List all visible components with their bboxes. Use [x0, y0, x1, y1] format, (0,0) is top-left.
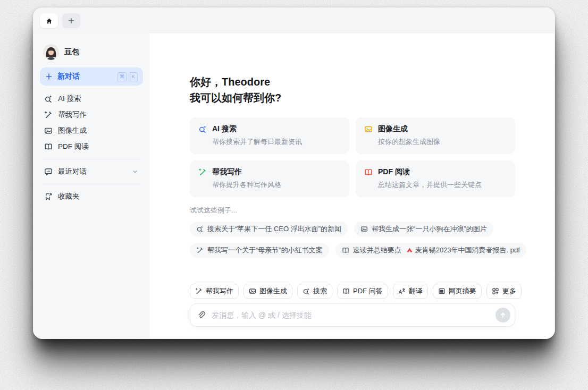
example-label: 帮我生成一张“一只小狗在冲浪”的图片 [372, 224, 487, 234]
example-chip-summarize-pdf[interactable]: 速读并总结要点 麦肯锡2023年中国消费者报告. pdf [335, 243, 526, 258]
send-button[interactable] [495, 308, 510, 323]
divider [42, 159, 141, 159]
message-input-box [190, 303, 515, 327]
skill-label: 搜索 [313, 286, 327, 296]
search-icon [303, 287, 310, 295]
sidebar-item-pdf-read[interactable]: PDF 阅读 [40, 139, 143, 155]
sidebar-item-label: PDF 阅读 [58, 142, 89, 151]
sidebar-item-ai-search[interactable]: AI 搜索 [40, 91, 143, 107]
write-icon [44, 111, 53, 119]
skill-pdf-qa[interactable]: PDF 问答 [337, 284, 388, 299]
card-desc: 总结这篇文章，并提供一些关键点 [378, 180, 507, 190]
card-desc: 按你的想象生成图像 [378, 137, 507, 147]
skill-more[interactable]: 更多 [486, 284, 522, 299]
new-tab-button[interactable] [62, 13, 80, 28]
write-icon [196, 247, 204, 254]
sidebar-item-image-gen[interactable]: 图像生成 [40, 123, 143, 139]
write-icon [198, 168, 207, 176]
new-chat-label: 新对话 [57, 72, 80, 81]
message-input[interactable] [211, 310, 495, 320]
paperclip-icon[interactable] [197, 311, 206, 319]
skill-write[interactable]: 帮我写作 [190, 284, 239, 299]
sidebar-menu: AI 搜索 帮我写作 图像生成 [40, 91, 143, 205]
greeting-line1: 你好，Theodore [190, 74, 515, 90]
sidebar-item-label: 图像生成 [58, 126, 87, 135]
example-chip-search-news[interactable]: 搜索关于“苹果下一任 CEO 浮出水面”的新闻 [190, 222, 348, 236]
skill-image-gen[interactable]: 图像生成 [243, 284, 292, 299]
sidebar-item-label: 帮我写作 [58, 110, 87, 120]
image-icon [249, 287, 256, 295]
divider [42, 184, 141, 184]
example-chip-generate-image[interactable]: 帮我生成一张“一只小狗在冲浪”的图片 [354, 222, 493, 236]
translate-icon [398, 287, 406, 295]
skill-translate[interactable]: 翻译 [393, 284, 428, 299]
bookmark-icon [44, 192, 53, 201]
skill-label: 更多 [502, 286, 516, 296]
card-title: 图像生成 [378, 124, 408, 134]
card-image-gen[interactable]: 图像生成 按你的想象生成图像 [356, 117, 515, 154]
image-icon [360, 225, 368, 233]
image-gen-icon [364, 125, 373, 133]
webpage-icon [438, 287, 446, 295]
profile-name: 豆包 [64, 47, 79, 57]
attachment-name: 麦肯锡2023年中国消费者报告. pdf [415, 245, 520, 255]
book-icon [342, 287, 350, 295]
app-window: 豆包 新对话 ⌘ K AI 搜索 [33, 7, 555, 339]
write-icon [195, 287, 203, 295]
pdf-read-icon [364, 168, 373, 176]
pdf-attachment: 麦肯锡2023年中国消费者报告. pdf [406, 245, 520, 255]
example-chips: 搜索关于“苹果下一任 CEO 浮出水面”的新闻 帮我生成一张“一只小狗在冲浪”的… [190, 222, 530, 258]
image-icon [44, 126, 53, 135]
tab-home[interactable] [40, 13, 58, 28]
sidebar-item-recent-chats[interactable]: 最近对话 [40, 164, 143, 180]
skill-label: 图像生成 [259, 286, 287, 296]
more-icon [492, 287, 499, 295]
card-desc: 帮你搜索并了解每日最新资讯 [212, 137, 341, 147]
avatar [43, 44, 59, 60]
example-chip-write-post[interactable]: 帮我写一个关于“母亲节”的小红书文案 [190, 243, 329, 258]
search-icon [196, 225, 204, 233]
composer: 帮我写作 图像生成 搜索 [190, 284, 515, 327]
sidebar-item-label: 最近对话 [58, 167, 87, 176]
book-icon [44, 142, 53, 151]
main-area: 你好，Theodore 我可以如何帮到你? AI 搜索 帮你搜索并了解每日最新资… [149, 33, 555, 338]
examples-title: 试试这些例子... [190, 206, 515, 215]
plus-icon [45, 73, 53, 80]
skill-label: 翻译 [409, 286, 423, 296]
greeting: 你好，Theodore 我可以如何帮到你? [190, 74, 515, 106]
skill-webpage-summary[interactable]: 网页摘要 [433, 284, 482, 299]
example-label: 搜索关于“苹果下一任 CEO 浮出水面”的新闻 [207, 224, 341, 234]
sidebar-item-favorites[interactable]: 收藏夹 [40, 189, 143, 205]
card-title: AI 搜索 [212, 124, 237, 134]
new-tab-plus-icon [68, 17, 75, 24]
greeting-line2: 我可以如何帮到你? [190, 90, 515, 106]
skill-search[interactable]: 搜索 [297, 284, 332, 299]
new-chat-button[interactable]: 新对话 ⌘ K [40, 67, 143, 86]
skill-label: 网页摘要 [449, 286, 476, 296]
skill-buttons: 帮我写作 图像生成 搜索 [190, 284, 515, 299]
adobe-pdf-icon [406, 247, 413, 254]
book-icon [342, 247, 349, 254]
skill-label: PDF 问答 [353, 286, 383, 296]
card-title: 帮我写作 [212, 167, 242, 177]
profile-row[interactable]: 豆包 [40, 40, 143, 67]
card-title: PDF 阅读 [378, 167, 410, 177]
shortcut-badges: ⌘ K [117, 72, 138, 81]
sidebar-item-label: 收藏夹 [58, 192, 80, 201]
chevron-down-icon[interactable] [131, 168, 139, 175]
tab-bar [33, 8, 555, 33]
card-write[interactable]: 帮我写作 帮你提升各种写作风格 [190, 160, 349, 197]
sidebar-item-write[interactable]: 帮我写作 [40, 107, 143, 123]
skill-label: 帮我写作 [206, 286, 233, 296]
cmd-key-badge: ⌘ [117, 72, 127, 81]
card-pdf-read[interactable]: PDF 阅读 总结这篇文章，并提供一些关键点 [356, 160, 515, 197]
card-desc: 帮你提升各种写作风格 [212, 180, 341, 190]
example-label: 帮我写一个关于“母亲节”的小红书文案 [207, 245, 323, 255]
ai-search-icon [198, 125, 207, 133]
card-ai-search[interactable]: AI 搜索 帮你搜索并了解每日最新资讯 [190, 117, 349, 154]
feature-cards: AI 搜索 帮你搜索并了解每日最新资讯 图像生成 按你的想象生成图像 [190, 117, 515, 197]
k-key-badge: K [129, 72, 138, 81]
sidebar: 豆包 新对话 ⌘ K AI 搜索 [33, 33, 149, 338]
chat-icon [44, 167, 53, 176]
example-label: 速读并总结要点 [353, 245, 401, 255]
